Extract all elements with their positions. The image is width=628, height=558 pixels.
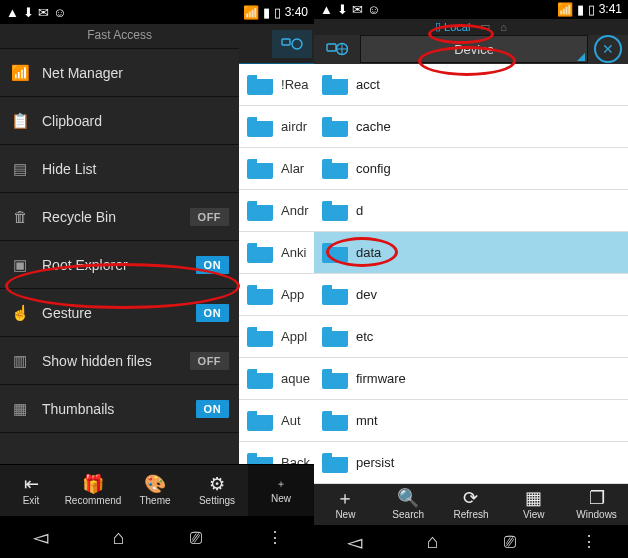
path-dropdown[interactable]: Device xyxy=(360,35,588,63)
thumbnails-icon: ▦ xyxy=(10,399,30,419)
fa-label: Root Explorer xyxy=(42,257,184,273)
folder-row-cache[interactable]: cache xyxy=(314,106,628,148)
fa-item-hide-list[interactable]: ▤ Hide List xyxy=(0,145,239,193)
folder-list[interactable]: acct cache config d data dev etc firmwar… xyxy=(314,64,628,484)
windows-button[interactable]: ❐Windows xyxy=(565,484,628,525)
recents-nav-icon[interactable]: ⎚ xyxy=(504,530,516,553)
toggle-on[interactable]: ON xyxy=(196,256,230,274)
mail-icon: ✉ xyxy=(38,6,49,19)
recents-nav-icon[interactable]: ⎚ xyxy=(190,526,202,549)
mail-icon: ✉ xyxy=(352,3,363,16)
refresh-button[interactable]: ⟳Refresh xyxy=(440,484,503,525)
path-text: Device xyxy=(454,42,494,57)
folder-row-data[interactable]: data xyxy=(314,232,628,274)
tab-sd[interactable]: ▭ xyxy=(480,20,490,33)
menu-nav-icon[interactable]: ⋮ xyxy=(267,528,281,547)
signal-icon: ▮ xyxy=(263,6,270,19)
fa-item-root-explorer[interactable]: ▣ Root Explorer ON xyxy=(0,241,239,289)
recommend-button[interactable]: 🎁Recommend xyxy=(62,465,124,516)
gesture-icon: ☝ xyxy=(10,303,30,323)
folder-row[interactable]: !Rea xyxy=(239,64,314,106)
folder-row-persist[interactable]: persist xyxy=(314,442,628,484)
search-button[interactable]: 🔍Search xyxy=(377,484,440,525)
fa-item-clipboard[interactable]: 📋 Clipboard xyxy=(0,97,239,145)
new-button[interactable]: ＋New xyxy=(314,484,377,525)
theme-icon: 🎨 xyxy=(144,475,166,493)
folder-row[interactable]: Aut xyxy=(239,400,314,442)
view-button[interactable]: ▦View xyxy=(502,484,565,525)
folder-row[interactable]: aque xyxy=(239,358,314,400)
tab-device-icon[interactable] xyxy=(272,30,312,58)
folder-row[interactable]: Andr xyxy=(239,190,314,232)
exit-icon: ⇤ xyxy=(24,475,39,493)
folder-row-mnt[interactable]: mnt xyxy=(314,400,628,442)
toggle-on[interactable]: ON xyxy=(196,304,230,322)
folder-row[interactable]: Anki xyxy=(239,232,314,274)
svg-point-1 xyxy=(292,39,302,49)
folder-row[interactable]: airdr xyxy=(239,106,314,148)
status-left: ▲ ⬇ ✉ ☺ xyxy=(6,6,66,19)
root-icon: ▣ xyxy=(10,255,30,275)
folder-icon xyxy=(247,243,273,263)
folder-icon xyxy=(322,411,348,431)
exit-button[interactable]: ⇤Exit xyxy=(0,465,62,516)
folder-row-config[interactable]: config xyxy=(314,148,628,190)
fa-item-thumbnails[interactable]: ▦ Thumbnails ON xyxy=(0,385,239,433)
windows-icon: ❐ xyxy=(589,489,605,507)
menu-nav-icon[interactable]: ⋮ xyxy=(581,532,595,551)
clipboard-icon: 📋 xyxy=(10,111,30,131)
tab-label: Local xyxy=(444,21,470,33)
folder-row[interactable]: Alar xyxy=(239,148,314,190)
folder-row-dev[interactable]: dev xyxy=(314,274,628,316)
strip-list[interactable]: !Rea airdr Alar Andr Anki App Appl aque … xyxy=(239,64,314,464)
toggle-off[interactable]: OFF xyxy=(190,352,230,370)
folder-row[interactable]: Back xyxy=(239,442,314,464)
wifi-icon: 📶 xyxy=(10,63,30,83)
refresh-icon: ⟳ xyxy=(463,489,478,507)
svg-rect-2 xyxy=(327,44,336,51)
folder-row[interactable]: Appl xyxy=(239,316,314,358)
folder-row-acct[interactable]: acct xyxy=(314,64,628,106)
fa-label: Recycle Bin xyxy=(42,209,178,225)
folder-icon xyxy=(247,117,273,137)
globe-button[interactable] xyxy=(320,35,354,63)
close-button[interactable]: ✕ xyxy=(594,35,622,63)
new-button[interactable]: ＋ New xyxy=(248,465,314,516)
folder-icon xyxy=(322,117,348,137)
fa-item-show-hidden[interactable]: ▥ Show hidden files OFF xyxy=(0,337,239,385)
settings-button[interactable]: ⚙Settings xyxy=(186,465,248,516)
fa-label: Show hidden files xyxy=(42,353,178,369)
folder-row-firmware[interactable]: firmware xyxy=(314,358,628,400)
home-nav-icon[interactable]: ⌂ xyxy=(427,530,439,553)
tab-home[interactable]: ⌂ xyxy=(500,21,507,33)
tab-local[interactable]: ▯ Local xyxy=(435,20,470,33)
theme-button[interactable]: 🎨Theme xyxy=(124,465,186,516)
whatsapp-icon: ☺ xyxy=(367,3,380,16)
nav-bar: ◅ ⌂ ⎚ ⋮ xyxy=(314,525,628,558)
toggle-on[interactable]: ON xyxy=(196,400,230,418)
toggle-off[interactable]: OFF xyxy=(190,208,230,226)
back-nav-icon[interactable]: ◅ xyxy=(347,530,362,554)
warning-icon: ▲ xyxy=(320,3,333,16)
folder-icon xyxy=(322,159,348,179)
download-icon: ⬇ xyxy=(337,3,348,16)
fast-access-list[interactable]: 📶 Net Manager 📋 Clipboard ▤ Hide List 🗑 … xyxy=(0,49,239,464)
folder-icon xyxy=(322,327,348,347)
gift-icon: 🎁 xyxy=(82,475,104,493)
home-nav-icon[interactable]: ⌂ xyxy=(113,526,125,549)
folder-row-etc[interactable]: etc xyxy=(314,316,628,358)
fa-item-gesture[interactable]: ☝ Gesture ON xyxy=(0,289,239,337)
fa-item-recycle-bin[interactable]: 🗑 Recycle Bin OFF xyxy=(0,193,239,241)
folder-icon xyxy=(247,159,273,179)
folder-row[interactable]: App xyxy=(239,274,314,316)
folder-icon xyxy=(247,285,273,305)
folder-row-d[interactable]: d xyxy=(314,190,628,232)
back-nav-icon[interactable]: ◅ xyxy=(33,525,48,549)
plus-icon: ＋ xyxy=(276,477,286,491)
fa-item-net-manager[interactable]: 📶 Net Manager xyxy=(0,49,239,97)
folder-icon xyxy=(322,243,348,263)
folder-icon xyxy=(247,453,273,465)
folder-icon xyxy=(322,75,348,95)
fa-label: Net Manager xyxy=(42,65,229,81)
left-body: Fast Access 📶 Net Manager 📋 Clipboard ▤ … xyxy=(0,24,314,464)
